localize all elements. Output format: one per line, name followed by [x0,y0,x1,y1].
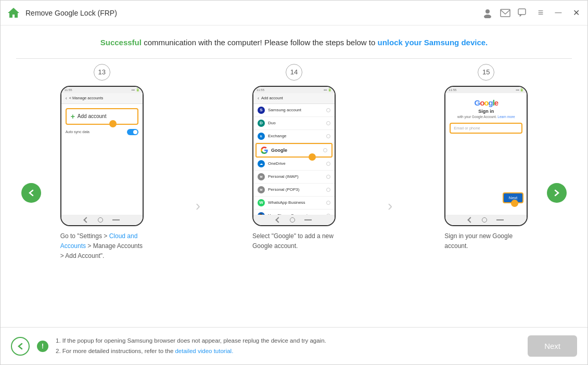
plus-icon: + [71,112,75,121]
titlebar-actions: ≡ ─ ✕ [482,8,581,18]
main-window: Remove Google Lock (FRP) ≡ [0,0,588,365]
titlebar-title: Remove Google Lock (FRP) [25,9,482,17]
auto-sync-toggle [127,129,138,135]
steps-area: 13 11:55 ▪▪▪ 🔋 ‹ < Manage accounts [16,59,572,328]
phone-14-home-nav [290,217,295,223]
account-exchange: E Exchange [253,130,335,143]
phone-15-recent-nav [496,219,504,220]
phone-mockup-13: 11:55 ▪▪▪ 🔋 ‹ < Manage accounts + Add ac… [60,86,144,226]
step-15-number: 15 [478,64,494,81]
svg-point-2 [484,15,491,18]
prev-arrow-button[interactable] [21,183,41,203]
phone-15-status: 11:55 ▪▪▪ 🔋 [445,87,527,93]
onedrive-icon: ☁ [258,160,265,167]
next-btn-area: Next [449,192,523,203]
phone-15-bottom [445,215,527,225]
step-13-desc: Go to "Settings > Cloud and Accounts > M… [60,231,144,262]
account-whatsapp: W WhatsApp Business [253,197,335,210]
header-text-part1: communication with the computer! Please … [144,38,377,47]
phone-screen-13: 11:55 ▪▪▪ 🔋 ‹ < Manage accounts + Add ac… [61,87,143,215]
phone-15-back-nav [468,217,474,223]
whatsapp-icon: W [258,199,265,206]
orange-dot-13 [109,120,117,127]
titlebar: Remove Google Lock (FRP) ≡ [1,1,587,25]
phone-screen-15: 11:55 ▪▪▪ 🔋 Google Sign in with your Goo [445,87,527,215]
phone-companion-icon: 📱 [258,212,265,215]
google-label: Google [271,148,287,153]
account-phone-companion: 📱 Your Phone Companion [253,210,335,215]
phone-screen-14: 11:55 ▪▪▪ 🔋 ‹ Add account S Samsung acco… [253,87,335,215]
menu-icon[interactable]: ≡ [535,8,546,18]
google-logo: Google [474,98,498,107]
next-btn-phone: Next [503,192,523,203]
footer: ! 1. If the popup for opening Samsung br… [1,327,587,364]
phone-recent-nav [112,219,120,220]
phone-15-home-nav [482,217,487,223]
account-onedrive: ☁ OneDrive [253,158,335,171]
step-14-number: 14 [286,64,302,81]
mail-icon[interactable] [500,8,510,18]
successful-text: Successful [100,38,142,47]
minimize-icon[interactable]: ─ [553,8,564,18]
header-message: Successful communication with the comput… [16,25,572,58]
duo-icon: D [258,120,265,127]
phone-back-nav [83,217,89,223]
phone-14-header: ‹ Add account [253,93,335,104]
signin-sub-label: with your Google Account. Learn more [457,115,515,119]
google-signin-section: Google Sign in with your Google Account.… [445,93,527,136]
account-google: Google [255,143,333,158]
video-tutorial-link[interactable]: detailed video tutorial. [175,348,233,354]
mail-pop3-icon: M [258,186,265,193]
main-content: Successful communication with the comput… [1,25,587,327]
chat-icon[interactable] [518,8,528,18]
footer-note-2: 2. For more detailed instructions, refer… [56,346,520,357]
step-14-col: 14 11:55 ▪▪▪ 🔋 ‹ Add account [208,64,379,322]
info-icon: ! [37,341,48,352]
unlock-text: unlock your Samsung device. [378,38,488,47]
footer-notes: 1. If the popup for opening Samsung brow… [56,336,520,356]
manage-accounts-label: < Manage accounts [69,96,104,100]
phone-14-back-nav [275,217,281,223]
phone-13-status: 11:55 ▪▪▪ 🔋 [61,87,143,93]
add-account-box: + Add account [66,108,138,125]
orange-dot-14 [309,153,316,161]
next-arrow-button[interactable] [547,183,567,203]
svg-rect-4 [518,9,526,15]
cloud-accounts-link: Cloud and Accounts [60,232,138,250]
close-icon[interactable]: ✕ [571,8,581,18]
phone-13-bottom [61,215,143,225]
svg-point-1 [485,9,490,14]
user-icon[interactable] [482,8,493,18]
add-account-header-label: Add account [261,96,283,100]
samsung-icon: S [258,107,265,114]
svg-rect-3 [501,9,510,17]
exchange-icon: E [258,133,265,140]
home-icon [7,6,20,20]
account-duo: D Duo [253,117,335,130]
phone-14-recent-nav [304,219,312,220]
phone-home-nav [98,217,103,223]
phone-13-header: ‹ < Manage accounts [61,93,143,104]
arrow-13-14: › [187,64,208,322]
step-13-col: 13 11:55 ▪▪▪ 🔋 ‹ < Manage accounts [16,64,187,322]
step-15-desc: Sign in your new Google account. [444,231,528,251]
phone-mockup-15: 11:55 ▪▪▪ 🔋 Google Sign in with your Goo [444,86,528,226]
footer-back-button[interactable] [11,337,30,356]
auto-sync-label: Auto sync data [66,130,90,134]
footer-next-button[interactable]: Next [528,335,577,357]
step-15-col: 15 11:55 ▪▪▪ 🔋 Google [401,64,572,322]
account-personal-imap: M Personal (IMAP) [253,171,335,184]
orange-dot-15 [511,200,518,207]
email-input-box: Email or phone [450,123,522,134]
step-13-number: 13 [94,64,110,81]
phone-14-bottom [253,215,335,225]
step-14-desc: Select "Google" to add a new Google acco… [252,231,336,251]
svg-marker-0 [8,8,19,18]
google-icon [261,147,268,154]
footer-note-1: 1. If the popup for opening Samsung brow… [56,336,520,346]
auto-sync-row: Auto sync data [66,127,138,137]
add-account-label: Add account [78,113,107,119]
account-samsung: S Samsung account [253,104,335,117]
phone-mockup-14: 11:55 ▪▪▪ 🔋 ‹ Add account S Samsung acco… [252,86,336,226]
arrow-14-15: › [380,64,401,322]
